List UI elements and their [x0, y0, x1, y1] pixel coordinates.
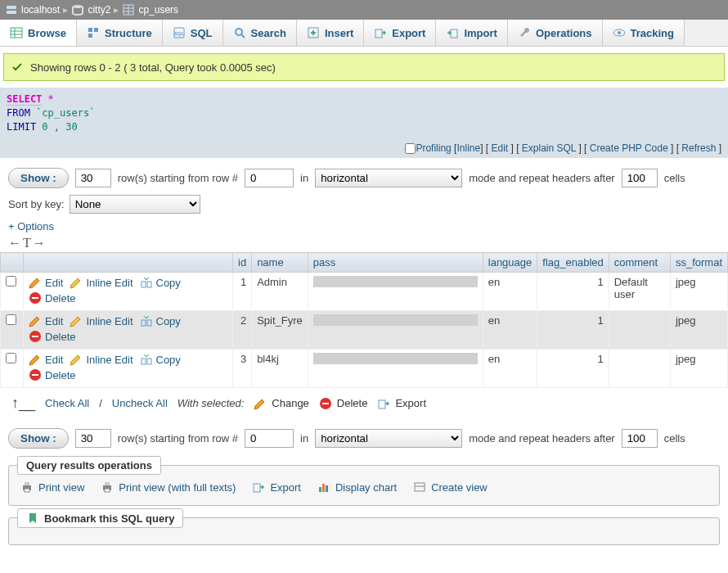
cell-comment: Default user: [609, 273, 670, 311]
cell-language: en: [483, 311, 537, 350]
options-toggle[interactable]: + Options: [0, 217, 728, 234]
edit-row[interactable]: Edit: [29, 353, 63, 366]
create-view[interactable]: Create view: [413, 481, 488, 494]
col-pass[interactable]: pass: [308, 253, 483, 273]
show-button[interactable]: Show :: [8, 168, 69, 188]
print-view[interactable]: Print view: [20, 481, 84, 494]
bulk-change[interactable]: Change: [254, 397, 309, 410]
start-input[interactable]: [245, 429, 294, 448]
svg-rect-30: [147, 320, 151, 326]
breadcrumb-db[interactable]: citty2: [71, 3, 110, 16]
bulk-export[interactable]: Export: [377, 397, 426, 410]
inline-edit-row[interactable]: Inline Edit: [70, 314, 133, 327]
svg-rect-49: [326, 485, 328, 492]
edit-row[interactable]: Edit: [29, 276, 63, 289]
wrench-icon: [518, 26, 531, 39]
printer-icon: [20, 481, 34, 494]
col-comment[interactable]: comment: [609, 253, 670, 273]
export-link[interactable]: Export: [252, 481, 301, 494]
column-reorder[interactable]: ←T→: [0, 234, 728, 252]
svg-rect-39: [379, 400, 385, 408]
edit-link[interactable]: Edit: [491, 142, 508, 154]
inline-link[interactable]: Inline: [456, 142, 480, 154]
svg-rect-47: [319, 487, 321, 492]
cell-name: bl4kj: [252, 350, 308, 388]
sql-links: Profiling [Inline] [ Edit ] [ Explain SQ…: [405, 142, 721, 156]
refresh-link[interactable]: Refresh: [681, 142, 716, 154]
php-link[interactable]: Create PHP Code: [590, 142, 668, 154]
cell-ss-format: jpeg: [670, 350, 727, 388]
svg-rect-38: [322, 403, 329, 404]
inline-edit-row[interactable]: Inline Edit: [70, 276, 133, 289]
delete-row[interactable]: Delete: [29, 368, 76, 381]
svg-rect-45: [105, 489, 110, 492]
svg-rect-26: [147, 282, 151, 287]
delete-row[interactable]: Delete: [29, 330, 76, 343]
import-icon: [446, 26, 459, 39]
arrow-up-icon: ↑__: [11, 395, 35, 412]
row-checkbox[interactable]: [6, 353, 16, 363]
display-chart[interactable]: Display chart: [317, 481, 397, 494]
explain-link[interactable]: Explain SQL: [522, 142, 576, 154]
col-ss-format[interactable]: ss_format: [670, 253, 727, 273]
tab-browse[interactable]: Browse: [0, 20, 77, 46]
tab-insert[interactable]: Insert: [297, 20, 364, 46]
svg-point-24: [618, 31, 621, 34]
copy-row[interactable]: Copy: [140, 276, 181, 289]
tab-sql[interactable]: SQLSQL: [163, 20, 223, 46]
tab-operations[interactable]: Operations: [508, 20, 603, 46]
search-icon: [233, 26, 246, 39]
eye-icon: [613, 26, 626, 39]
uncheck-all[interactable]: Uncheck All: [112, 397, 168, 409]
col-language[interactable]: language: [483, 253, 537, 273]
rows-input[interactable]: [75, 429, 111, 448]
breadcrumb-host[interactable]: localhost: [5, 3, 60, 16]
repeat-input[interactable]: [622, 169, 658, 187]
bulk-actions: ↑__ Check All / Uncheck All With selecte…: [0, 388, 728, 418]
breadcrumb-table[interactable]: cp_users: [122, 3, 178, 16]
copy-row[interactable]: Copy: [140, 353, 181, 366]
show-button[interactable]: Show :: [8, 428, 69, 449]
mode-select[interactable]: horizontal: [315, 429, 462, 448]
tab-tracking[interactable]: Tracking: [603, 20, 685, 46]
svg-text:SQL: SQL: [174, 31, 185, 36]
delete-icon: [319, 397, 332, 410]
mode-select[interactable]: horizontal: [315, 169, 462, 187]
sort-by: Sort by key: None: [0, 193, 728, 217]
cell-id: 2: [233, 311, 252, 350]
col-flag-enabled[interactable]: flag_enabled: [537, 253, 609, 273]
delete-row[interactable]: Delete: [29, 291, 76, 305]
tab-export[interactable]: Export: [364, 20, 436, 46]
bulk-delete[interactable]: Delete: [319, 397, 368, 410]
edit-row[interactable]: Edit: [29, 314, 63, 327]
export-icon: [374, 26, 387, 39]
tab-import[interactable]: Import: [436, 20, 507, 46]
start-input[interactable]: [245, 169, 294, 187]
sortby-select[interactable]: None: [70, 195, 200, 214]
pencil-icon: [29, 353, 42, 366]
profiling-checkbox[interactable]: Profiling: [405, 142, 451, 154]
tab-search[interactable]: Search: [223, 20, 297, 46]
copy-icon: [140, 276, 153, 289]
print-view-full[interactable]: Print view (with full texts): [101, 481, 236, 494]
col-name[interactable]: name: [252, 253, 308, 273]
check-all[interactable]: Check All: [45, 397, 89, 409]
row-checkbox[interactable]: [6, 276, 16, 286]
cell-pass: [308, 273, 483, 311]
copy-row[interactable]: Copy: [140, 314, 181, 327]
pencil-icon: [29, 276, 42, 289]
svg-rect-25: [142, 282, 146, 287]
col-actions: [24, 253, 233, 273]
col-id[interactable]: id: [233, 253, 252, 273]
row-checkbox[interactable]: [6, 314, 16, 325]
svg-rect-32: [32, 336, 38, 337]
repeat-input[interactable]: [622, 429, 658, 448]
inline-edit-row[interactable]: Inline Edit: [70, 353, 133, 366]
svg-rect-28: [32, 297, 38, 299]
cell-name: Spit_Fyre: [252, 311, 308, 350]
rows-input[interactable]: [75, 169, 111, 187]
cell-language: en: [483, 350, 537, 388]
svg-rect-29: [142, 320, 146, 326]
tab-structure[interactable]: Structure: [77, 20, 163, 46]
pencil-icon: [70, 276, 83, 289]
